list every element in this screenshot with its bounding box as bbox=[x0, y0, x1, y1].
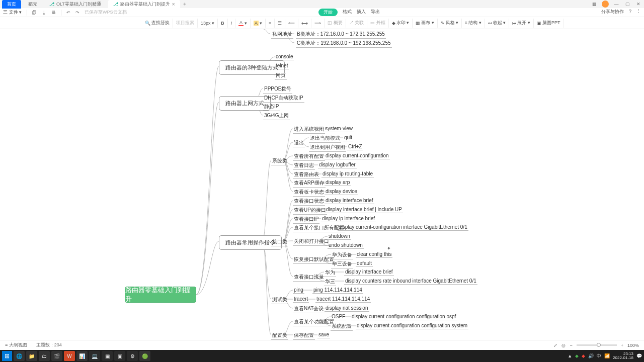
node-bclass[interactable]: B类地址：172.16.0.0 ~ 172.31.255.255 bbox=[296, 30, 386, 39]
list-button[interactable]: ☰ bbox=[275, 19, 285, 28]
node-ifup[interactable]: 查看UP的接口 bbox=[293, 206, 327, 215]
taskbar-app[interactable]: ▣ bbox=[102, 351, 113, 361]
grid-icon[interactable]: ▦ bbox=[591, 2, 598, 7]
tab-home[interactable]: 首页 bbox=[2, 0, 21, 9]
node-h3c-cmd[interactable]: default bbox=[356, 260, 373, 267]
node-traf-h3c[interactable]: 华三 bbox=[324, 278, 336, 286]
collapse-menu[interactable]: ↤ 收起 ▾ bbox=[485, 19, 510, 28]
taskbar-app[interactable]: 🗂 bbox=[39, 351, 50, 361]
tab-router[interactable]: ⎇路由器零基础入门到提升× bbox=[108, 0, 180, 9]
node-test[interactable]: 测试类 bbox=[271, 296, 288, 304]
taskbar-app[interactable]: 🌐 bbox=[14, 351, 25, 361]
taskbar-app[interactable]: 📁 bbox=[26, 351, 37, 361]
fit-icon[interactable]: ⤢ bbox=[553, 343, 557, 348]
node-traf-hw[interactable]: 华为 bbox=[324, 268, 336, 277]
zoom-in-icon[interactable]: + bbox=[621, 343, 623, 348]
download-icon[interactable]: ⭳ bbox=[42, 10, 46, 15]
node-dev-cmd[interactable]: display device bbox=[325, 188, 358, 195]
node-telnet[interactable]: telnet bbox=[275, 62, 289, 69]
font-size[interactable]: 13px ▾ bbox=[198, 19, 218, 28]
taskbar-app[interactable]: 🟢 bbox=[139, 351, 150, 361]
taskbar-app[interactable]: 📊 bbox=[76, 351, 88, 361]
taskbar-app[interactable]: ▣ bbox=[114, 351, 125, 361]
italic-button[interactable]: I bbox=[228, 19, 236, 28]
node-save[interactable]: 保存配置 bbox=[293, 331, 315, 340]
node-traf-hw-cmd[interactable]: display interface brief bbox=[344, 268, 394, 276]
node-ifstat-cmd[interactable]: display interface brief bbox=[325, 197, 374, 204]
node-shutdown[interactable]: shutdown bbox=[328, 233, 351, 240]
menu-export[interactable]: 导出 bbox=[371, 9, 380, 16]
target-icon[interactable]: ◎ bbox=[561, 343, 566, 348]
node-width-dec[interactable]: ⟸ bbox=[285, 19, 298, 28]
file-menu[interactable]: 三 文件 ▾ bbox=[3, 9, 22, 16]
maximize-icon[interactable]: ▢ bbox=[624, 2, 631, 7]
taskbar-app[interactable]: 🎬 bbox=[51, 351, 62, 361]
node-ospf[interactable]: OSPF bbox=[331, 313, 346, 320]
structure-menu[interactable]: ⌗ 结构 ▾ bbox=[462, 19, 485, 28]
mindmap-canvas[interactable]: 路由器零基础入门到提升 路由器的3种登陆方式 路由器上网方式 路由器常用操作指令… bbox=[0, 29, 644, 340]
bg-color[interactable]: A▾ bbox=[251, 19, 266, 28]
view-switch[interactable]: ≡ 大纲视图 bbox=[5, 342, 27, 348]
node-hw-cmd[interactable]: clear config this bbox=[356, 251, 392, 258]
node-width-reset[interactable]: ⟷ bbox=[298, 19, 311, 28]
font-color[interactable]: A▾ bbox=[235, 19, 251, 28]
menu-format[interactable]: 格式 bbox=[343, 9, 352, 16]
node-ifup-cmd[interactable]: display interface brief | include UP bbox=[325, 206, 403, 213]
align-button[interactable]: ≡ bbox=[266, 19, 275, 28]
node-h3c[interactable]: 华三设备 bbox=[331, 260, 353, 268]
node-web[interactable]: 网页 bbox=[275, 71, 287, 80]
undo-icon[interactable]: ↶ bbox=[66, 10, 70, 15]
boundary-button[interactable]: ▭ 外框 bbox=[367, 19, 389, 28]
node-ifip[interactable]: 查看接口IP bbox=[293, 215, 319, 224]
node-log-cmd[interactable]: display logbuffer bbox=[318, 161, 357, 168]
search-button[interactable]: 🔍 查找替换 bbox=[142, 19, 173, 28]
node-tracert[interactable]: tracert bbox=[293, 296, 309, 303]
node-traf[interactable]: 查看接口流量 bbox=[293, 273, 325, 282]
node-private-addr[interactable]: 私网地址 bbox=[271, 30, 293, 39]
node-ctrlz[interactable]: Ctrl+Z bbox=[347, 143, 363, 150]
more-icon[interactable]: ⋮ bbox=[636, 9, 641, 16]
print-icon[interactable]: 🖶 bbox=[51, 10, 56, 15]
watermark[interactable]: ◆ 水印 ▾ bbox=[389, 19, 413, 28]
taskbar-app[interactable]: W bbox=[64, 351, 75, 361]
help-icon[interactable]: ? bbox=[629, 9, 631, 16]
node-syscfg[interactable]: 系统配置 bbox=[331, 322, 353, 331]
node-rt-cmd[interactable]: display ip routing-table bbox=[321, 170, 374, 177]
close-icon[interactable]: ✕ bbox=[635, 2, 642, 7]
node-ping-cmd[interactable]: ping 114.114.114.114 bbox=[312, 287, 363, 294]
node-allcfg[interactable]: 查看所有配置 bbox=[293, 152, 325, 161]
node-sys[interactable]: 系统类 bbox=[271, 157, 288, 165]
node-ospf-cmd[interactable]: display current-configuration configurat… bbox=[351, 313, 457, 320]
node-exit[interactable]: 退出 bbox=[293, 139, 305, 147]
notification-icon[interactable]: 💬 bbox=[636, 353, 642, 358]
share-button[interactable]: 分享与协作 bbox=[601, 9, 624, 16]
new-tab-button[interactable]: ＋ bbox=[182, 1, 187, 8]
node-arp-cmd[interactable]: display arp bbox=[325, 179, 351, 186]
node-ifcfg-cmd[interactable]: display current-configuration interface … bbox=[338, 224, 468, 231]
tab-docer[interactable]: 稻壳 bbox=[23, 0, 42, 9]
node-exit-cur[interactable]: 退出当前模式 bbox=[309, 134, 341, 143]
node-undoshut[interactable]: undo shutdown bbox=[328, 242, 364, 249]
root-node[interactable]: 路由器零基础入门到提升 bbox=[125, 287, 196, 303]
tab-close-icon[interactable]: × bbox=[172, 2, 175, 7]
relation-button[interactable]: ↗ 关联 bbox=[346, 19, 368, 28]
bold-button[interactable]: B bbox=[218, 19, 228, 28]
summary-button[interactable]: ◫ 概要 bbox=[325, 19, 346, 28]
zoom-label[interactable]: 100% bbox=[627, 343, 639, 348]
node-log[interactable]: 查看日志 bbox=[293, 161, 315, 170]
node-traf-h3c-cmd[interactable]: display counters rate inbound interface … bbox=[344, 278, 477, 285]
open-button[interactable]: 开始 bbox=[318, 9, 338, 16]
node-shut[interactable]: 关闭和打开接口 bbox=[293, 237, 330, 246]
node-hw[interactable]: 华为设备 bbox=[331, 251, 353, 259]
clock[interactable]: 23:132022-01-18 bbox=[613, 352, 633, 360]
node-dhcp[interactable]: DHCP自动获取IP bbox=[263, 94, 304, 103]
node-width-inc[interactable]: ⟹ bbox=[311, 19, 325, 28]
node-nat[interactable]: 查看NAT会议 bbox=[293, 305, 325, 313]
node-3g4g[interactable]: 3G/4G上网 bbox=[263, 112, 290, 120]
zoom-out-icon[interactable]: − bbox=[570, 343, 572, 348]
zoom-slider[interactable] bbox=[577, 344, 617, 346]
node-ping[interactable]: ping bbox=[293, 287, 304, 294]
node-pppoe[interactable]: PPPOE拨号 bbox=[263, 85, 292, 94]
style-menu[interactable]: ✎ 风格 ▾ bbox=[438, 19, 462, 28]
redo-icon[interactable]: ↷ bbox=[75, 10, 79, 15]
